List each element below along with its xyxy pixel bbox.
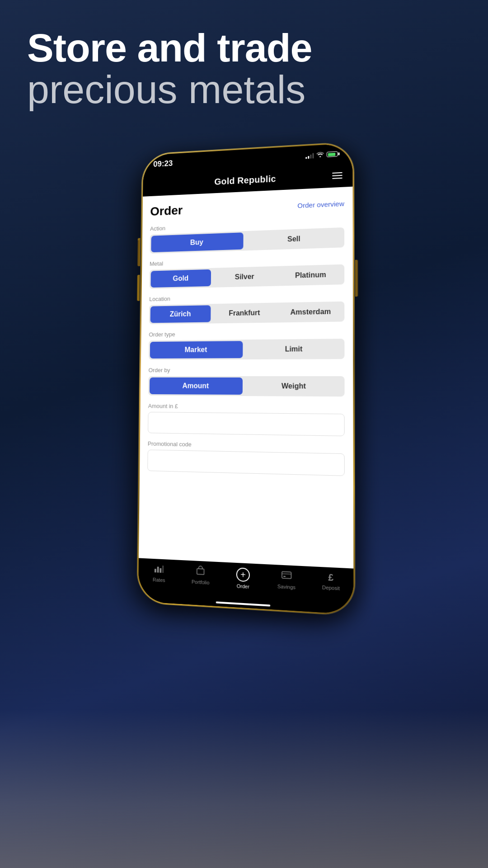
battery-icon — [327, 151, 340, 157]
menu-button[interactable] — [332, 172, 343, 179]
buy-button[interactable]: Buy — [151, 232, 243, 252]
metal-toggle-group: Gold Silver Platinum — [150, 264, 345, 289]
gold-button[interactable]: Gold — [150, 269, 211, 288]
home-indicator — [216, 601, 271, 606]
location-label: Location — [149, 292, 344, 302]
phone-screen: 09:23 — [138, 143, 354, 614]
order-page: Order Order overview Action Buy Sell — [139, 187, 353, 569]
limit-button[interactable]: Limit — [245, 340, 343, 358]
location-toggle-group: Zürich Frankfurt Amsterdam — [149, 302, 345, 325]
order-type-toggle-group: Market Limit — [149, 339, 345, 360]
rates-icon — [154, 563, 164, 576]
order-by-toggle-group: Amount Weight — [148, 376, 345, 396]
svg-rect-2 — [160, 568, 162, 573]
location-section: Location Zürich Frankfurt Amsterdam — [149, 292, 345, 324]
phone-device: 09:23 — [137, 142, 355, 616]
hero-section: Store and trade precious metals — [27, 27, 461, 111]
tab-savings[interactable]: Savings — [265, 569, 309, 591]
app-title: Gold Republic — [214, 174, 276, 187]
zurich-button[interactable]: Zürich — [150, 305, 211, 323]
deposit-tab-label: Deposit — [322, 585, 340, 591]
tab-order[interactable]: + Order — [221, 567, 264, 590]
svg-rect-1 — [157, 566, 159, 572]
floor-surface — [0, 710, 488, 868]
silver-button[interactable]: Silver — [214, 268, 276, 286]
svg-rect-3 — [163, 566, 164, 573]
order-tab-icon: + — [236, 567, 250, 582]
order-by-section: Order by Amount Weight — [148, 367, 345, 397]
sell-button[interactable]: Sell — [246, 229, 343, 249]
status-icons — [305, 150, 339, 159]
tab-rates[interactable]: Rates — [138, 562, 179, 584]
weight-button[interactable]: Weight — [245, 377, 343, 395]
amount-input[interactable] — [148, 412, 345, 436]
frankfurt-button[interactable]: Frankfurt — [213, 304, 276, 322]
order-header: Order Order overview — [150, 196, 344, 219]
order-by-label: Order by — [149, 367, 345, 374]
market-button[interactable]: Market — [150, 341, 243, 359]
svg-rect-4 — [197, 569, 204, 575]
rates-tab-label: Rates — [153, 577, 165, 583]
amount-input-label: Amount in £ — [148, 403, 345, 411]
svg-rect-0 — [155, 569, 156, 572]
deposit-icon: £ — [328, 572, 333, 583]
action-toggle-group: Buy Sell — [150, 227, 344, 254]
order-type-section: Order type Market Limit — [149, 329, 345, 360]
portfolio-icon — [196, 566, 205, 578]
tab-portfolio[interactable]: Portfolio — [179, 565, 221, 586]
tab-deposit[interactable]: £ Deposit — [309, 571, 353, 592]
wifi-icon — [317, 151, 324, 159]
signal-icon — [305, 152, 314, 159]
content-area: Order Order overview Action Buy Sell — [139, 187, 353, 569]
svg-rect-6 — [282, 573, 291, 575]
phone-frame: 09:23 — [137, 142, 355, 616]
order-type-label: Order type — [149, 329, 344, 338]
page-title: Order — [150, 203, 183, 219]
svg-rect-5 — [282, 571, 291, 579]
amsterdam-button[interactable]: Amsterdam — [278, 303, 343, 321]
promo-code-section: Promotional code — [147, 440, 345, 476]
svg-rect-7 — [283, 576, 286, 577]
platinum-button[interactable]: Platinum — [278, 266, 343, 285]
portfolio-tab-label: Portfolio — [192, 579, 210, 585]
hero-title: Store and trade — [27, 27, 461, 69]
savings-icon — [282, 570, 292, 582]
hero-subtitle: precious metals — [27, 69, 461, 110]
order-overview-link[interactable]: Order overview — [297, 199, 344, 209]
status-time: 09:23 — [153, 159, 173, 169]
promo-code-label: Promotional code — [148, 440, 345, 451]
amount-button[interactable]: Amount — [150, 377, 243, 395]
order-tab-label: Order — [237, 583, 249, 590]
amount-input-section: Amount in £ — [148, 403, 345, 436]
metal-section: Metal Gold Silver Platinum — [150, 255, 345, 289]
action-section: Action Buy Sell — [150, 218, 344, 254]
savings-tab-label: Savings — [277, 584, 296, 590]
promo-code-input[interactable] — [147, 450, 345, 476]
